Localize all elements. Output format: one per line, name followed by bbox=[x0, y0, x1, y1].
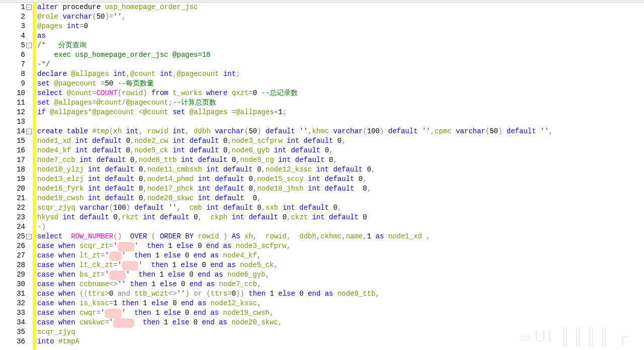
line-number: 15 bbox=[0, 136, 32, 146]
code-line: node13_elzj int default 0,node14_phmd in… bbox=[37, 174, 644, 184]
code-line: /* 分页查询 bbox=[37, 41, 644, 50]
code-line: scqr_zjyq varchar(100) default '', cmb i… bbox=[37, 203, 644, 213]
line-number: 35 bbox=[0, 327, 32, 337]
line-number: 10 bbox=[0, 89, 32, 98]
code-line: node1_xd int default 0,node2_cw int defa… bbox=[37, 136, 644, 146]
code-line: into #tmpA bbox=[37, 337, 644, 346]
code-line: case when ccbname<>'' then 1 else 0 end … bbox=[37, 280, 644, 289]
line-number: 12 bbox=[0, 108, 32, 117]
line-number: 16 bbox=[0, 146, 32, 155]
code-line: -*/ bbox=[37, 60, 644, 69]
line-number: 33 bbox=[0, 308, 32, 318]
code-line: case when is_kssc=1 then 1 else 0 end as… bbox=[37, 299, 644, 308]
line-number: 4 bbox=[0, 31, 32, 41]
code-line: alter procedure usp_homepage_order_jsc bbox=[37, 3, 644, 12]
line-number: 14− bbox=[0, 127, 32, 136]
code-editor: 1−2345−67891011121314−151617181920212223… bbox=[0, 3, 644, 350]
line-number: 23 bbox=[0, 213, 32, 222]
line-number: 26 bbox=[0, 241, 32, 251]
code-line: case when cwskwc='████ then 1 else 0 end… bbox=[37, 318, 644, 327]
code-line: select @count=COUNT(rowid) from t_works … bbox=[37, 89, 644, 98]
line-number: 7 bbox=[0, 60, 32, 69]
code-line: as bbox=[37, 31, 644, 41]
line-number: 6 bbox=[0, 50, 32, 60]
fold-toggle-icon[interactable]: − bbox=[26, 234, 32, 239]
line-number: 1− bbox=[0, 3, 32, 12]
code-line: @role varchar(50)='', bbox=[37, 12, 644, 22]
code-line: case when cwqr='███' then 1 else 0 end a… bbox=[37, 308, 644, 318]
code-line: case when lt_zt='██' then 1 else 0 end a… bbox=[37, 251, 644, 260]
line-number: 2 bbox=[0, 12, 32, 22]
code-line: node19_cwsh int default 0,node20_skwc in… bbox=[37, 194, 644, 203]
code-line: node4_kf int default 0,node5_ck int defa… bbox=[37, 146, 644, 155]
line-number: 31 bbox=[0, 289, 32, 299]
code-line: -) bbox=[37, 222, 644, 232]
line-number: 27 bbox=[0, 251, 32, 260]
line-number: 29 bbox=[0, 270, 32, 280]
line-number: 30 bbox=[0, 280, 32, 289]
code-line: node10_ylzj int default 0,node11_cmbsxb … bbox=[37, 165, 644, 174]
line-number: 3 bbox=[0, 22, 32, 31]
code-line: select ROW_NUMBER() OVER ( ORDER BY rowi… bbox=[37, 232, 644, 241]
code-line: node16_fyrk int default 0,node17_phck in… bbox=[37, 184, 644, 194]
code-line: hkysd int default 0,rkzt int default 0, … bbox=[37, 213, 644, 222]
line-number: 32 bbox=[0, 299, 32, 308]
code-line: if @allpages*@pagecount <@count set @all… bbox=[37, 108, 644, 117]
code-line bbox=[37, 117, 644, 127]
line-number-gutter: 1−2345−67891011121314−151617181920212223… bbox=[0, 3, 33, 350]
code-line: declare @allpages int,@count int,@pageco… bbox=[37, 69, 644, 79]
line-number: 5− bbox=[0, 41, 32, 50]
fold-toggle-icon[interactable]: − bbox=[26, 43, 32, 48]
code-line: case when ((ttrs>0 and ttb_wczt<>'') or … bbox=[37, 289, 644, 299]
line-number: 20 bbox=[0, 184, 32, 194]
line-number: 9 bbox=[0, 79, 32, 89]
code-line: case when lt_ck_zt='███' then 1 else 0 e… bbox=[37, 260, 644, 270]
code-line: @pages int=0 bbox=[37, 22, 644, 31]
line-number: 18 bbox=[0, 165, 32, 174]
code-line: set @allpages=@count/@pagecount;--计算总页数 bbox=[37, 98, 644, 108]
line-number: 28 bbox=[0, 260, 32, 270]
line-number: 17 bbox=[0, 155, 32, 165]
line-number: 19 bbox=[0, 174, 32, 184]
code-line: node7_ccb int default 0,node8_ttb int de… bbox=[37, 155, 644, 165]
line-number: 8 bbox=[0, 69, 32, 79]
line-number: 11 bbox=[0, 98, 32, 108]
line-number: 21 bbox=[0, 194, 32, 203]
line-number: 13 bbox=[0, 117, 32, 127]
fold-toggle-icon[interactable]: − bbox=[26, 129, 32, 134]
line-number: 34 bbox=[0, 318, 32, 327]
code-line: set @pagecount =50 --每页数量 bbox=[37, 79, 644, 89]
code-line: case when scqr_zt='███' then 1 else 0 en… bbox=[37, 241, 644, 251]
line-number: 22 bbox=[0, 203, 32, 213]
line-number: 24 bbox=[0, 222, 32, 232]
code-line: scqr_zjyq bbox=[37, 327, 644, 337]
code-line: case when bs_zt='███' then 1 else 0 end … bbox=[37, 270, 644, 280]
line-number: 25− bbox=[0, 232, 32, 241]
line-number: 36 bbox=[0, 337, 32, 346]
code-line: create table #tmp(xh int, rowid int, ddb… bbox=[37, 127, 644, 136]
code-area[interactable]: alter procedure usp_homepage_order_jsc@r… bbox=[36, 3, 644, 350]
fold-toggle-icon[interactable]: − bbox=[26, 5, 32, 10]
code-line: exec usp_homepage_order_jsc @pages=18 bbox=[37, 50, 644, 60]
